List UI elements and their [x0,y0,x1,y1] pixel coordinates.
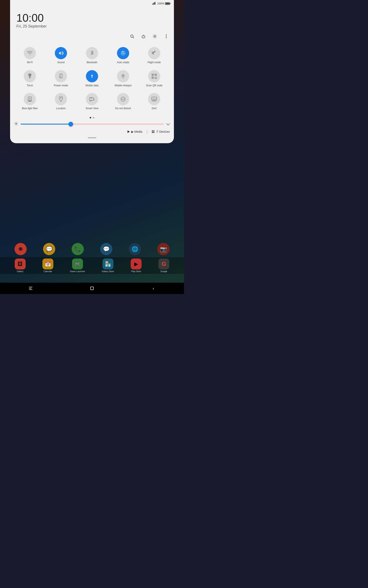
time-section: 10:00 Fri, 25 September [10,6,174,31]
float-icon-6[interactable]: 📷 [157,243,169,255]
float-icon-1[interactable]: ❋ [15,243,27,255]
dock-app-gamelauncher[interactable]: 🎮 Game Launcher [70,259,85,272]
playstore-app-label: Play Store [131,270,141,272]
tile-scanqr[interactable]: Scan QR code [139,67,170,90]
power-button[interactable] [140,33,147,40]
playstore-app-icon[interactable]: ▶ [131,259,142,270]
bluelight-icon: B [24,93,36,105]
donotdisturb-icon [117,93,129,105]
svg-rect-0 [152,4,153,5]
svg-text:B: B [29,98,31,100]
svg-rect-30 [155,78,156,79]
panel-handle [88,137,96,138]
tile-location[interactable]: Location [45,90,76,113]
floating-apps-row: ❋ 💬 📞 💬 🌐 📷 [6,243,178,255]
tile-flightmode[interactable]: Flight mode [139,44,170,67]
dex-icon: DeX [148,93,160,105]
galaxystore-app-icon[interactable]: 🏪 [102,259,113,270]
dock-app-playstore[interactable]: ▶ Play Store [131,259,142,272]
brightness-track [21,124,164,125]
status-bar: 100% [10,0,174,6]
svg-rect-52 [152,132,153,133]
bluelight-label: Blue light filter [22,107,37,110]
tile-mobiledata[interactable]: Mobile data [76,67,108,90]
dock-app-galaxystore[interactable]: 🏪 Galaxy Store [102,259,114,272]
svg-point-7 [166,35,166,35]
dock-app-gallery[interactable]: 🖼 Gallery [15,259,26,272]
svg-rect-18 [60,74,62,74]
google-app-icon[interactable]: G [158,259,169,270]
qs-toolbar [10,31,174,42]
svg-point-11 [122,53,124,54]
home-button[interactable] [87,284,97,292]
float-app-5[interactable]: 🌐 [129,243,141,255]
float-app-1[interactable]: ❋ [15,243,27,255]
dock-app-calendar[interactable]: 📅 Calendar [42,259,53,272]
float-icon-4[interactable]: 💬 [100,243,112,255]
signal-icon [152,2,156,5]
svg-point-40 [15,123,17,125]
svg-point-34 [60,97,62,99]
torch-icon [24,70,36,82]
tile-bluetooth[interactable]: Bluetooth [76,44,108,67]
tile-powermode[interactable]: Power mode [45,67,76,90]
dex-label: DeX [152,107,156,110]
brightness-icon [14,122,18,127]
svg-rect-50 [152,130,153,131]
float-app-3[interactable]: 📞 [72,243,84,255]
svg-line-16 [31,74,31,74]
search-button[interactable] [129,33,136,40]
sound-icon [55,47,67,59]
devices-button[interactable]: ⠿ Devices [152,130,170,133]
scanqr-icon [148,70,160,82]
tile-mobilehotspot[interactable]: Mobile Hotspot [108,67,139,90]
float-icon-5[interactable]: 🌐 [129,243,141,255]
float-icon-2[interactable]: 💬 [43,243,55,255]
svg-rect-1 [153,3,154,5]
tile-sound[interactable]: Sound [45,44,76,67]
svg-rect-53 [153,132,154,133]
float-app-2[interactable]: 💬 [43,243,55,255]
flightmode-icon [148,47,160,59]
qs-tiles-grid: Wi-Fi Sound Bluetooth [10,42,174,115]
donotdisturb-label: Do not disturb [115,107,131,110]
settings-button[interactable] [151,33,158,40]
media-button[interactable]: ▶ Media [127,130,142,133]
svg-rect-23 [152,74,153,75]
back-button[interactable]: ‹ [148,284,159,292]
brightness-expand-button[interactable] [166,122,170,127]
brightness-thumb[interactable] [68,122,73,127]
tile-bluelight[interactable]: B Blue light filter [14,90,45,113]
svg-line-48 [17,122,18,122]
wifi-icon [24,47,36,59]
battery-indicator: 100% [157,2,170,5]
brightness-slider[interactable] [21,122,164,126]
tile-donotdisturb[interactable]: Do not disturb [108,90,139,113]
homescreen-dock: 🖼 Gallery 📅 Calendar 🎮 Game Launcher 🏪 G… [0,257,184,274]
smartview-label: Smart View [85,107,98,110]
tile-wifi[interactable]: Wi-Fi [14,44,45,67]
recent-apps-button[interactable] [25,284,36,292]
scanqr-label: Scan QR code [146,84,162,87]
tile-torch[interactable]: Torch [14,67,45,90]
dock-app-google[interactable]: G Google [158,259,169,272]
tile-smartview[interactable]: Smart View [76,90,108,113]
float-app-6[interactable]: 📷 [157,243,169,255]
svg-rect-3 [155,2,156,5]
svg-rect-12 [29,76,30,78]
float-icon-3[interactable]: 📞 [72,243,84,255]
mobilehotspot-label: Mobile Hotspot [115,84,131,87]
brightness-row [10,120,174,128]
time-display: 10:00 [16,12,168,23]
float-app-4[interactable]: 💬 [100,243,112,255]
autorotate-icon [117,47,129,59]
tile-autorotate[interactable]: Auto rotate [108,44,139,67]
gallery-app-label: Gallery [17,270,24,272]
sound-label: Sound [57,61,65,64]
tile-dex[interactable]: DeX DeX [139,90,170,113]
gallery-app-icon[interactable]: 🖼 [15,259,26,270]
location-icon [55,93,67,105]
calendar-app-icon[interactable]: 📅 [42,259,53,270]
gamelauncher-app-icon[interactable]: 🎮 [72,259,83,270]
more-options-button[interactable] [163,33,170,40]
